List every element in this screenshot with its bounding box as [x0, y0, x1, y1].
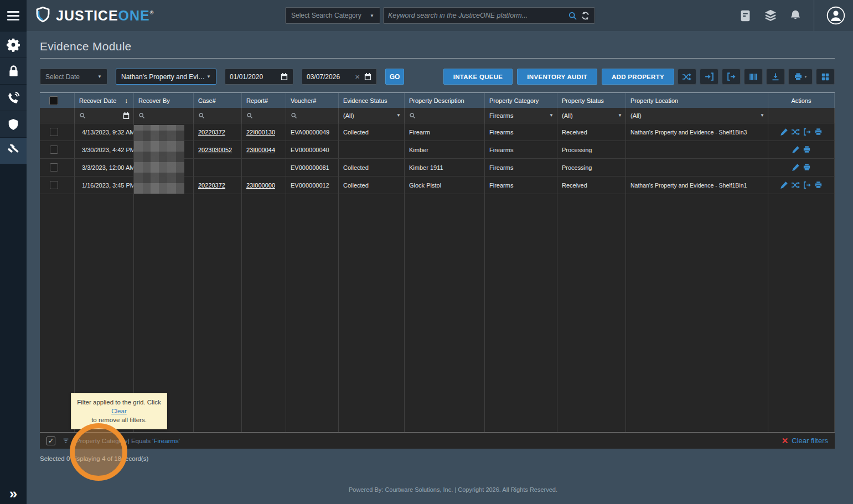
filter-property_location[interactable]: (All)▼ [626, 108, 768, 123]
filter-evidence_status[interactable]: (All)▼ [339, 108, 405, 123]
print-icon[interactable] [814, 181, 823, 189]
menu-toggle-button[interactable] [0, 0, 27, 31]
refresh-icon[interactable] [581, 11, 590, 20]
check-out-icon[interactable] [722, 69, 741, 85]
column-header-recover_by[interactable]: Recover By [134, 93, 194, 108]
column-header-report[interactable]: Report# [242, 93, 286, 108]
calendar-icon[interactable] [122, 112, 130, 119]
column-label: Voucher# [291, 97, 316, 104]
cell-evidence-status [339, 141, 405, 158]
sidebar: » [0, 0, 27, 504]
tooltip-clear-link[interactable]: Clear [111, 407, 126, 415]
case-link[interactable]: 20220372 [198, 182, 225, 189]
clear-filters-button[interactable]: ✕ Clear filters [782, 436, 828, 446]
pencil-icon[interactable] [792, 163, 800, 172]
bell-icon[interactable] [789, 9, 802, 22]
column-label: Property Location [630, 97, 678, 104]
empty-column-select [40, 194, 75, 432]
calendar-icon[interactable] [364, 72, 372, 81]
report-link[interactable]: 23I000044 [246, 147, 275, 153]
avatar[interactable] [826, 6, 845, 25]
filter-property_category[interactable]: Firearms▼ [485, 108, 557, 123]
check-out-icon[interactable] [803, 128, 811, 136]
notes-icon[interactable] [739, 9, 752, 22]
calendar-icon[interactable] [280, 72, 288, 81]
layers-icon[interactable] [764, 9, 777, 22]
download-icon[interactable] [766, 69, 785, 85]
sidebar-item-settings[interactable] [0, 32, 27, 58]
cell-case-number: 20220372 [194, 176, 242, 194]
cell-recover-date: 1/16/2023, 3:45 PM [75, 176, 134, 194]
check-in-icon[interactable] [700, 69, 718, 85]
filter-property_description[interactable] [405, 108, 485, 123]
go-button[interactable]: GO [385, 69, 404, 85]
select-all-checkbox[interactable] [49, 96, 58, 105]
pencil-icon[interactable] [792, 146, 800, 154]
filter-recover_date[interactable] [75, 108, 134, 123]
add-property-button[interactable]: ADD PROPERTY [602, 69, 674, 85]
row-select-cell [40, 159, 75, 176]
sidebar-expand-button[interactable]: » [0, 484, 27, 503]
search-icon [138, 112, 145, 119]
pencil-icon[interactable] [780, 181, 788, 189]
column-header-actions[interactable]: Actions [768, 93, 835, 108]
justiceone-logo[interactable]: JUSTICEONE® [34, 6, 153, 25]
inventory-audit-button[interactable]: INVENTORY AUDIT [517, 69, 597, 85]
cell-report-number [242, 159, 286, 176]
row-checkbox[interactable] [50, 163, 58, 172]
filter-voucher[interactable] [286, 108, 339, 123]
sidebar-item-protection[interactable] [0, 111, 27, 137]
shuffle-icon[interactable] [791, 181, 800, 189]
filter-recover_by[interactable] [134, 108, 194, 123]
case-link[interactable]: 2023030052 [198, 147, 232, 153]
filter-property_status[interactable]: (All)▼ [557, 108, 626, 123]
location-select[interactable]: Nathan's Property and Evidence ▼ [116, 69, 216, 85]
phone-icon [7, 91, 20, 104]
intake-queue-button[interactable]: INTAKE QUEUE [443, 69, 513, 85]
row-checkbox[interactable] [50, 128, 58, 136]
print-icon[interactable] [814, 128, 823, 136]
print-icon[interactable] [803, 163, 811, 172]
cell-recover-date: 3/30/2023, 4:42 PM [75, 141, 134, 158]
filter-report[interactable] [242, 108, 286, 123]
date-from-input[interactable]: 01/01/2020 [225, 69, 293, 85]
sidebar-item-security[interactable] [0, 58, 27, 84]
active-filter-description[interactable]: [Property Category] Equals 'Firearms' [74, 438, 180, 444]
grid-icon[interactable] [816, 69, 835, 85]
column-header-recover_date[interactable]: Recover Date↓ [75, 93, 134, 108]
column-header-property_category[interactable]: Property Category [485, 93, 557, 108]
check-out-icon[interactable] [803, 181, 811, 189]
row-checkbox[interactable] [50, 146, 58, 154]
case-link[interactable]: 20220372 [198, 129, 225, 136]
search-icon[interactable] [568, 11, 577, 20]
column-header-property_status[interactable]: Property Status [557, 93, 626, 108]
chevron-down-icon: ▼ [760, 113, 764, 118]
search-category-select[interactable]: Select Search Category ▼ [285, 7, 380, 24]
column-header-evidence_status[interactable]: Evidence Status [339, 93, 405, 108]
search-category-value: Select Search Category [291, 12, 361, 19]
sidebar-item-evidence[interactable] [0, 138, 27, 164]
sidebar-item-dispatch[interactable] [0, 85, 27, 111]
filter-enabled-checkbox[interactable]: ✓ [46, 437, 55, 445]
filter-case[interactable] [194, 108, 242, 123]
column-header-voucher[interactable]: Voucher# [286, 93, 339, 108]
clear-date-icon[interactable]: × [355, 72, 360, 81]
column-header-property_description[interactable]: Property Description [405, 93, 485, 108]
date-to-input[interactable]: 03/07/2026 × [302, 69, 377, 85]
report-link[interactable]: 23I000000 [246, 182, 275, 189]
shuffle-icon[interactable] [791, 128, 800, 136]
column-header-case[interactable]: Case# [194, 93, 242, 108]
column-header-property_location[interactable]: Property Location [626, 93, 768, 108]
date-type-select[interactable]: Select Date ▼ [40, 69, 107, 85]
pencil-icon[interactable] [780, 128, 788, 136]
keyword-search-input[interactable] [388, 12, 565, 19]
empty-column-property_status [557, 194, 626, 432]
report-link[interactable]: 22I000130 [246, 129, 275, 136]
row-checkbox[interactable] [50, 181, 58, 189]
print-icon[interactable]: ▼ [788, 69, 813, 85]
barcode-icon[interactable] [744, 69, 763, 85]
column-label: Case# [198, 97, 216, 104]
shuffle-icon[interactable] [678, 69, 696, 85]
cell-property-description: Kimber 1911 [405, 159, 485, 176]
print-icon[interactable] [803, 146, 811, 154]
